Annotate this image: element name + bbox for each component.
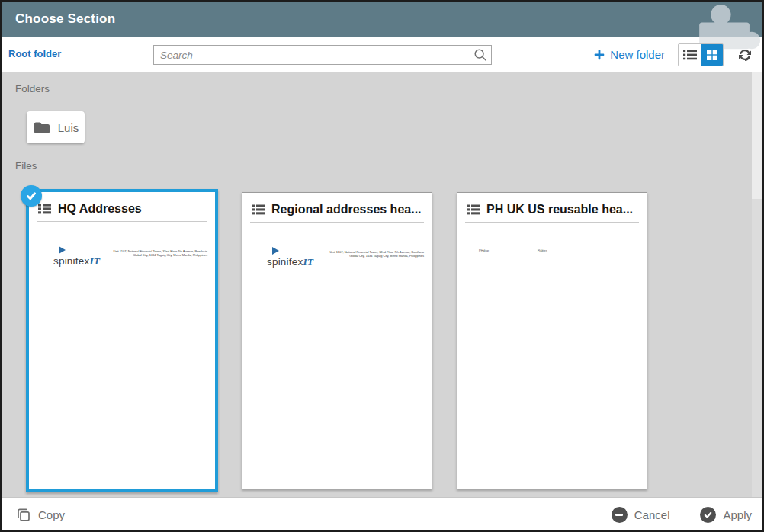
list-view-button[interactable] — [679, 44, 701, 66]
apply-button[interactable]: Apply — [700, 507, 752, 523]
selected-check-icon — [21, 185, 42, 207]
cancel-label: Cancel — [634, 508, 670, 521]
new-folder-label: New folder — [610, 48, 665, 61]
file-title: PH UK US reusable hea... — [486, 203, 633, 216]
file-card-hq-addresses[interactable]: HQ Addresses spinifexIT Unit 1107, Natio… — [26, 189, 218, 492]
toolbar-right-controls: New folder — [594, 37, 753, 72]
dialog-header: Choose Section — [2, 2, 762, 37]
choose-section-dialog: Choose Section Root folder — [0, 0, 764, 532]
apply-check-icon — [700, 507, 716, 523]
files-section-label: Files — [15, 160, 37, 171]
content-area: Folders Luis Files — [2, 72, 762, 497]
logo-text: spinifex — [267, 256, 303, 268]
folder-item-luis[interactable]: Luis — [27, 111, 85, 143]
search-icon[interactable] — [470, 46, 491, 64]
card-title-row: Regional addresses hea... — [252, 203, 422, 216]
logo-suffix: IT — [89, 255, 100, 267]
document-preview: spinifexIT Unit 1107, National Financial… — [29, 246, 215, 268]
plus-icon — [594, 50, 605, 60]
folder-name: Luis — [58, 121, 79, 134]
divider — [250, 222, 424, 223]
section-table-icon — [252, 204, 265, 215]
refresh-icon — [737, 47, 753, 62]
logo-text: spinifex — [53, 255, 89, 267]
refresh-button[interactable] — [737, 46, 753, 63]
cancel-button[interactable]: Cancel — [612, 507, 670, 523]
section-table-icon — [38, 204, 51, 214]
spinifexit-logo: spinifexIT — [53, 246, 100, 268]
copy-button[interactable]: Copy — [15, 507, 65, 523]
preview-text-right: Flables — [538, 248, 547, 252]
document-preview: spinifexIT Unit 1107, National Financial… — [242, 247, 432, 268]
page-title: Choose Section — [15, 11, 115, 27]
search-box — [153, 45, 492, 65]
section-table-icon — [467, 204, 480, 215]
preview-text-left: PHdisp — [479, 248, 489, 252]
search-input[interactable] — [154, 46, 470, 64]
file-card-ph-uk-us-reusable[interactable]: PH UK US reusable hea... PHdisp Flables — [457, 192, 647, 489]
view-toggle — [678, 43, 724, 66]
logo-suffix: IT — [303, 256, 313, 268]
footer-bar: Copy Cancel Apply — [2, 497, 762, 532]
footer-actions: Cancel Apply — [612, 507, 752, 523]
spinifexit-logo: spinifexIT — [267, 247, 313, 268]
card-title-row: PH UK US reusable hea... — [467, 203, 637, 216]
divider — [465, 222, 639, 223]
card-title-row: HQ Addresses — [38, 202, 206, 216]
address-text: Unit 1107, National Financial Tower, 32n… — [107, 249, 207, 257]
folders-section-label: Folders — [15, 83, 50, 95]
new-folder-button[interactable]: New folder — [594, 48, 665, 61]
logo-triangle-icon — [272, 247, 279, 255]
logo-triangle-icon — [59, 246, 66, 254]
scrollbar-track[interactable] — [752, 72, 762, 497]
folder-icon — [33, 120, 51, 135]
file-card-regional-addresses[interactable]: Regional addresses hea... spinifexIT Uni… — [242, 192, 432, 489]
document-preview: PHdisp Flables — [457, 248, 647, 252]
cancel-minus-icon — [612, 507, 628, 523]
divider — [37, 221, 207, 222]
toolbar: Root folder New folder — [2, 37, 762, 72]
scrollbar-thumb[interactable] — [752, 72, 762, 199]
copy-label: Copy — [38, 508, 65, 521]
file-title: HQ Addresses — [58, 202, 142, 216]
copy-icon — [15, 507, 31, 523]
address-text: Unit 1107, National Financial Tower, 32n… — [323, 250, 424, 258]
apply-label: Apply — [723, 508, 752, 521]
root-folder-link[interactable]: Root folder — [8, 48, 61, 59]
puzzle-icon — [689, 3, 761, 37]
list-view-icon — [683, 50, 697, 60]
grid-view-button[interactable] — [701, 44, 723, 66]
file-title: Regional addresses hea... — [271, 203, 422, 216]
grid-view-icon — [706, 49, 718, 61]
